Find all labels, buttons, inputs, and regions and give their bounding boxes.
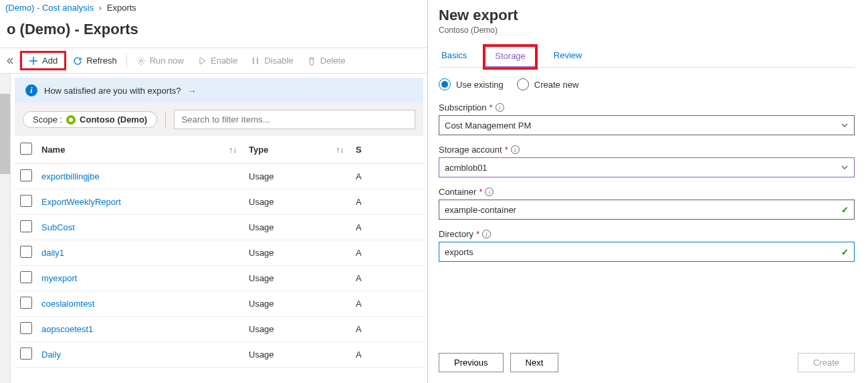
radio-create-new[interactable]: Create new [517, 78, 578, 90]
toolbar: Add Refresh Run now Enable Disable [0, 48, 427, 74]
refresh-button[interactable]: Refresh [66, 52, 124, 70]
storage-tab-highlight: Storage [483, 44, 538, 70]
col-s-header[interactable]: S [356, 145, 376, 155]
scope-selector[interactable]: Scope : Contoso (Demo) [23, 111, 157, 128]
storage-account-value: acmblob01 [445, 163, 487, 173]
export-status: A [356, 171, 362, 181]
export-name-link[interactable]: Daily [41, 350, 61, 360]
export-name-link[interactable]: SubCost [41, 222, 75, 232]
scope-value: Contoso (Demo) [80, 114, 147, 125]
directory-field: Directory * i exports ✓ [439, 229, 855, 262]
radio-use-existing[interactable]: Use existing [439, 78, 504, 90]
refresh-icon [73, 56, 82, 66]
export-type: Usage [249, 299, 274, 309]
new-export-panel: New export Contoso (Demo) Basics Storage… [428, 0, 868, 383]
refresh-label: Refresh [86, 56, 117, 66]
export-status: A [356, 324, 362, 334]
info-icon[interactable]: i [511, 145, 520, 154]
info-icon[interactable]: i [496, 103, 504, 112]
required-asterisk: * [505, 145, 508, 155]
col-type-header[interactable]: Type↑↓ [249, 145, 356, 155]
export-status: A [356, 248, 362, 258]
add-label: Add [42, 56, 58, 66]
row-checkbox[interactable] [20, 246, 32, 258]
radio-circle-checked [439, 78, 451, 90]
required-asterisk: * [476, 229, 479, 239]
table-row: DailyUsageA [15, 342, 423, 368]
chevron-double-left-icon [6, 57, 14, 65]
gear-icon [136, 56, 146, 66]
toolbar-divider [126, 54, 127, 68]
tab-review[interactable]: Review [551, 46, 585, 67]
export-name-link[interactable]: coeslalomtest [41, 299, 94, 309]
delete-label: Delete [320, 56, 346, 66]
scope-divider [165, 112, 166, 128]
row-checkbox[interactable] [20, 169, 32, 181]
play-icon [197, 56, 207, 66]
check-icon: ✓ [841, 247, 849, 257]
col-type-label: Type [249, 145, 268, 155]
scrollbar[interactable] [0, 74, 11, 383]
tab-basics[interactable]: Basics [439, 46, 469, 67]
page-title: o (Demo) - Exports [0, 15, 427, 48]
delete-button[interactable]: Delete [300, 52, 352, 70]
panel-footer: Previous Next Create [439, 342, 855, 372]
scope-icon [66, 115, 76, 125]
table-row: myexportUsageA [15, 266, 423, 291]
info-icon[interactable]: i [485, 187, 494, 196]
export-name-link[interactable]: myexport [41, 273, 77, 283]
info-icon: i [25, 84, 37, 96]
check-icon: ✓ [841, 205, 849, 215]
breadcrumb-cost-analysis[interactable]: (Demo) - Cost analysis [5, 3, 94, 13]
subscription-label: Subscription [439, 102, 487, 112]
row-checkbox[interactable] [20, 322, 32, 334]
run-now-label: Run now [150, 56, 184, 66]
row-checkbox[interactable] [20, 297, 32, 309]
export-type: Usage [249, 273, 274, 283]
table-row: SubCostUsageA [15, 215, 423, 240]
storage-account-select[interactable]: acmblob01 [439, 157, 855, 177]
export-type: Usage [249, 248, 274, 258]
trash-icon [307, 56, 316, 66]
pause-icon [251, 56, 260, 66]
row-checkbox[interactable] [20, 195, 32, 207]
select-all-checkbox[interactable] [20, 143, 32, 155]
breadcrumb: (Demo) - Cost analysis › Exports [0, 0, 427, 15]
create-button: Create [798, 353, 855, 372]
panel-title: New export [439, 5, 855, 24]
exports-table: Name↑↓ Type↑↓ S exportbillingjbeUsageAEx… [15, 136, 423, 368]
tab-storage[interactable]: Storage [485, 47, 535, 68]
add-button[interactable]: Add [22, 53, 64, 68]
table-header: Name↑↓ Type↑↓ S [15, 136, 423, 164]
subscription-select[interactable]: Cost Management PM [439, 115, 855, 135]
export-name-link[interactable]: ExportWeeklyReport [41, 197, 121, 207]
disable-button[interactable]: Disable [244, 52, 300, 70]
export-name-link[interactable]: exportbillingjbe [41, 171, 100, 181]
required-asterisk: * [490, 102, 493, 112]
export-name-link[interactable]: daily1 [41, 248, 64, 258]
storage-mode-radio-group: Use existing Create new [439, 78, 855, 90]
directory-input[interactable]: exports ✓ [439, 242, 855, 262]
table-row: coeslalomtestUsageA [15, 291, 423, 317]
next-button[interactable]: Next [510, 353, 559, 372]
info-icon[interactable]: i [482, 230, 491, 238]
enable-label: Enable [211, 56, 237, 66]
previous-button[interactable]: Previous [439, 353, 504, 372]
arrow-right-icon: → [187, 86, 196, 96]
subscription-field: Subscription * i Cost Management PM [439, 102, 855, 135]
row-checkbox[interactable] [20, 220, 32, 232]
search-input[interactable] [174, 110, 415, 129]
col-name-label: Name [41, 145, 65, 155]
scrollbar-thumb[interactable] [0, 94, 10, 174]
collapse-button[interactable] [0, 51, 20, 70]
export-name-link[interactable]: aopscoetest1 [41, 324, 93, 334]
chevron-right-icon: › [99, 3, 102, 13]
feedback-banner[interactable]: i How satisfied are you with exports? → [15, 78, 423, 103]
scope-row: Scope : Contoso (Demo) [15, 103, 423, 136]
row-checkbox[interactable] [20, 348, 32, 360]
container-input[interactable]: example-container ✓ [439, 200, 855, 220]
col-name-header[interactable]: Name↑↓ [41, 145, 249, 155]
enable-button[interactable]: Enable [191, 52, 244, 70]
run-now-button[interactable]: Run now [130, 52, 191, 70]
row-checkbox[interactable] [20, 271, 32, 283]
